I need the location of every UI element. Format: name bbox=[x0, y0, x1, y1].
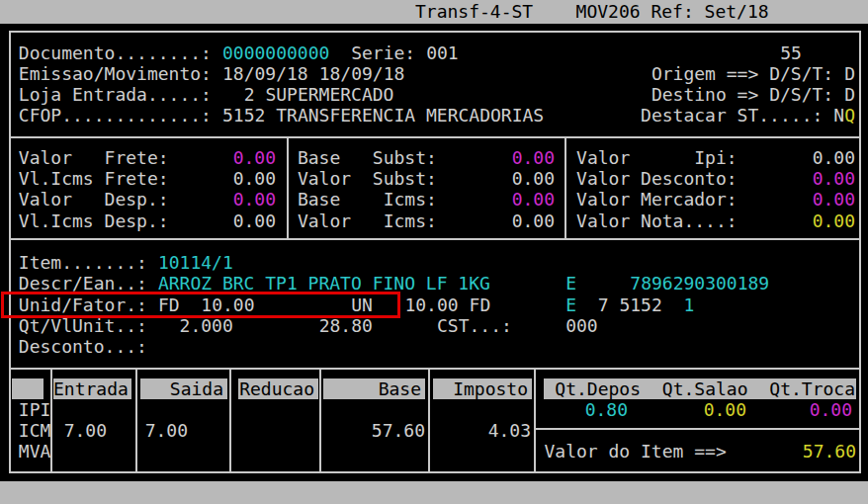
table-col-divider-6 bbox=[534, 368, 536, 471]
ean-value: 7896290300189 bbox=[630, 273, 769, 294]
stock-divider bbox=[534, 428, 859, 430]
totals-col-divider-2 bbox=[564, 136, 566, 238]
item-label: Item.......: bbox=[19, 252, 147, 273]
unid-fator-label: Unid/Fator.: bbox=[19, 294, 147, 315]
base-icms-value: 0.00 bbox=[469, 189, 555, 210]
serie-value: 001 bbox=[426, 42, 459, 63]
loja-code: 2 bbox=[244, 84, 255, 105]
valor-desconto-label: Valor Desconto: bbox=[576, 168, 738, 189]
cfop-desc: TRANSFERENCIA MERCADORIAS bbox=[276, 105, 544, 126]
item-value[interactable]: 10114/1 bbox=[158, 252, 233, 273]
table-col-divider-4 bbox=[319, 368, 321, 471]
base-icms-label: Base Icms: bbox=[298, 189, 437, 210]
unid-code1: 7 bbox=[598, 294, 609, 315]
emissao-label: Emissao/Movimento: bbox=[19, 63, 212, 84]
valor-do-item-value: 57.60 bbox=[767, 441, 856, 462]
unid-un2-value[interactable]: UN bbox=[351, 294, 373, 315]
destino-value: D bbox=[844, 84, 855, 105]
titlebar: Transf-4-ST MOV206 Ref: Set/18 bbox=[0, 0, 868, 24]
origem-value: D bbox=[844, 63, 855, 84]
col-header-blank bbox=[12, 378, 43, 399]
origem-label: Origem ==> D/S/T: bbox=[651, 63, 833, 84]
valor-mercador-label: Valor Mercador: bbox=[576, 189, 738, 210]
unid-un1-value[interactable]: FD bbox=[158, 294, 180, 315]
col-header-base: Base bbox=[323, 378, 425, 399]
unid-un3-value: FD bbox=[470, 294, 491, 315]
terminal-screen: Transf-4-ST MOV206 Ref: Set/18 Documento… bbox=[0, 0, 868, 504]
valor-frete-label: Valor Frete: bbox=[19, 147, 169, 168]
valor-subst-value: 0.00 bbox=[469, 168, 555, 189]
unid-code2: 5152 bbox=[619, 294, 661, 315]
row-label-icm: ICM bbox=[19, 420, 51, 441]
valor-desp-value: 0.00 bbox=[190, 189, 276, 210]
col-header-imposto: Imposto bbox=[433, 378, 532, 399]
documento-value[interactable]: 0000000000 bbox=[222, 42, 329, 63]
qt-depos-value: 0.80 bbox=[539, 399, 628, 420]
vlunit-value[interactable]: 28.80 bbox=[319, 315, 373, 336]
statusbar: Confirma?S(S/N) bbox=[0, 481, 868, 504]
col-header-saida: Saida bbox=[140, 378, 227, 399]
col-header-qt-depos: Qt.Depos bbox=[555, 378, 641, 399]
doc-right-value: 55 bbox=[780, 42, 802, 63]
divider-2 bbox=[9, 238, 861, 240]
page-title: Transf-4-ST MOV206 Ref: Set/18 bbox=[415, 0, 769, 24]
totals-col-divider-1 bbox=[287, 136, 289, 238]
icm-imposto-value: 4.03 bbox=[443, 420, 531, 441]
unid-e-flag: E bbox=[565, 294, 576, 315]
emissao-date1: 18/09/18 bbox=[222, 63, 308, 84]
icm-entrada-value: 7.00 bbox=[52, 420, 107, 441]
qt-vlunit-label: Qt/VlUnit..: bbox=[19, 315, 147, 336]
border-left bbox=[9, 31, 11, 471]
divider-1 bbox=[9, 136, 861, 138]
vlicms-frete-value: 0.00 bbox=[190, 168, 276, 189]
loja-name: SUPERMERCADO bbox=[265, 84, 393, 105]
col-header-entrada: Entrada bbox=[53, 378, 131, 399]
valor-nota-value: 0.00 bbox=[769, 210, 855, 231]
cfop-label: CFOP.............: bbox=[19, 105, 212, 126]
qt-salao-value: 0.00 bbox=[657, 399, 746, 420]
valor-frete-value: 0.00 bbox=[190, 147, 276, 168]
destacar-value-q[interactable]: Q bbox=[844, 105, 855, 126]
descr-e-flag: E bbox=[565, 273, 576, 294]
valor-icms-label: Valor Icms: bbox=[298, 210, 437, 231]
border-top bbox=[9, 31, 861, 33]
valor-desconto-value: 0.00 bbox=[769, 168, 855, 189]
col-header-qt-salao: Qt.Salao bbox=[662, 378, 748, 399]
icm-base-value: 57.60 bbox=[336, 420, 425, 441]
border-bottom bbox=[9, 471, 861, 473]
vlicms-frete-label: Vl.Icms Frete: bbox=[19, 168, 169, 189]
valor-ipi-value: 0.00 bbox=[769, 147, 855, 168]
cst-label: CST...: bbox=[437, 315, 512, 336]
destacar-value-n: N bbox=[833, 105, 844, 126]
destacar-label: Destacar ST.....: bbox=[641, 105, 823, 126]
loja-label: Loja Entrada.....: bbox=[19, 84, 212, 105]
row-label-ipi: IPI bbox=[19, 399, 51, 420]
unid-fator2-value: 10.00 bbox=[404, 294, 458, 315]
serie-label: Serie: bbox=[351, 42, 415, 63]
border-right bbox=[859, 31, 861, 471]
documento-label: Documento........: bbox=[19, 42, 212, 63]
destino-label: Destino => D/S/T: bbox=[651, 84, 833, 105]
table-col-divider-5 bbox=[428, 368, 430, 471]
base-subst-value: 0.00 bbox=[469, 147, 555, 168]
row-label-mva: MVA bbox=[19, 441, 51, 462]
unid-fator1-value[interactable]: 10.00 bbox=[201, 294, 254, 315]
cst-value[interactable]: 000 bbox=[565, 315, 598, 336]
valor-icms-value: 0.00 bbox=[469, 210, 555, 231]
valor-subst-label: Valor Subst: bbox=[298, 168, 437, 189]
table-col-divider-2 bbox=[135, 368, 137, 471]
origem-field: Origem ==> D/S/T:D bbox=[593, 63, 855, 84]
vlicms-desp-label: Vl.Icms Desp.: bbox=[19, 210, 169, 231]
col-header-reducao: Reducao bbox=[238, 378, 318, 399]
desconto-label: Desconto...: bbox=[19, 336, 147, 357]
icm-saida-value: 7.00 bbox=[138, 420, 188, 441]
cfop-code: 5152 bbox=[222, 105, 265, 126]
col-header-qt-troca: Qt.Troca bbox=[769, 378, 855, 399]
qt-value[interactable]: 2.000 bbox=[180, 315, 233, 336]
base-subst-label: Base Subst: bbox=[298, 147, 437, 168]
valor-mercador-value: 0.00 bbox=[769, 189, 855, 210]
destino-field: Destino => D/S/T:D bbox=[593, 84, 855, 105]
valor-desp-label: Valor Desp.: bbox=[19, 189, 169, 210]
destacar-field: Destacar ST.....:NQ bbox=[593, 105, 855, 126]
table-col-divider-3 bbox=[229, 368, 231, 471]
